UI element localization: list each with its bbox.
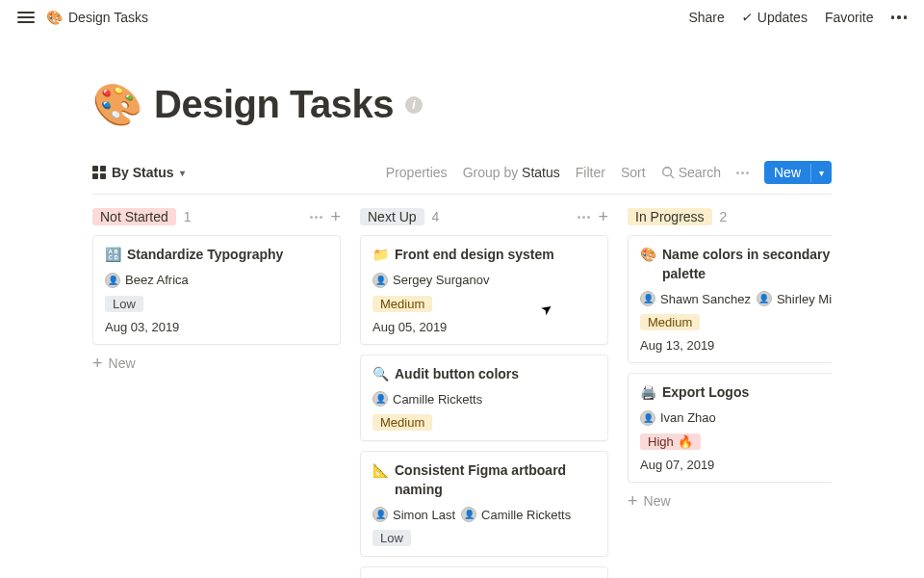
chevron-down-icon[interactable]: ▾ xyxy=(810,164,832,182)
group-by-value: Status xyxy=(522,165,560,180)
assignee-name: Simon Last xyxy=(393,508,455,522)
assignee-name: Ivan Zhao xyxy=(660,410,716,425)
card-date: Aug 03, 2019 xyxy=(105,320,328,334)
card-assignees: 👤Simon Last👤Camille Ricketts xyxy=(372,507,596,522)
card-emoji: 🔠 xyxy=(105,246,121,265)
column-count: 1 xyxy=(184,209,192,224)
priority-badge: High 🔥 xyxy=(640,434,701,450)
search-icon xyxy=(661,166,675,179)
card-emoji: 📁 xyxy=(372,246,389,265)
avatar: 👤 xyxy=(372,391,388,407)
topbar: 🎨 Design Tasks Share ✓ Updates Favorite xyxy=(0,0,924,35)
card-title: Audit button colors xyxy=(395,365,519,384)
assignee-name: Beez Africa xyxy=(125,273,189,287)
group-by-button[interactable]: Group by Status xyxy=(463,165,560,180)
card[interactable]: 🌗Audit text contrast for improved access… xyxy=(360,566,608,578)
add-card-label: New xyxy=(109,355,136,371)
column-more-icon[interactable] xyxy=(310,216,322,219)
info-icon[interactable]: i xyxy=(405,96,423,114)
assignee: 👤Beez Africa xyxy=(105,273,189,288)
column-count: 2 xyxy=(720,209,728,224)
svg-point-0 xyxy=(662,168,671,176)
avatar: 👤 xyxy=(640,291,655,306)
column-status-badge[interactable]: Next Up xyxy=(360,208,424,225)
more-menu-icon[interactable] xyxy=(891,15,908,19)
page-header: 🎨 Design Tasks i xyxy=(92,83,832,126)
assignee-name: Sergey Surganov xyxy=(393,273,489,287)
priority-badge: Medium xyxy=(372,296,432,312)
plus-icon: + xyxy=(628,492,638,510)
sort-button[interactable]: Sort xyxy=(621,165,646,180)
hamburger-menu-icon[interactable] xyxy=(17,12,35,23)
board-column: In Progress2+🎨Name colors in secondary p… xyxy=(628,208,832,578)
column-count: 4 xyxy=(432,209,440,224)
filter-button[interactable]: Filter xyxy=(576,165,605,180)
favorite-button[interactable]: Favorite xyxy=(825,10,874,25)
card-title: Consistent Figma artboard naming xyxy=(395,461,596,499)
card-emoji: 🎨 xyxy=(640,246,656,265)
card-assignees: 👤Ivan Zhao xyxy=(640,410,832,426)
card-emoji: 🔍 xyxy=(372,365,389,384)
avatar: 👤 xyxy=(640,410,655,426)
add-card-button[interactable]: +New xyxy=(92,355,341,372)
page-emoji-small: 🎨 xyxy=(46,10,63,25)
column-add-icon[interactable]: + xyxy=(598,208,608,225)
card-date: Aug 05, 2019 xyxy=(372,320,596,334)
priority-badge: Medium xyxy=(640,314,700,330)
assignee-name: Shawn Sanchez xyxy=(660,292,751,306)
search-button[interactable]: Search xyxy=(661,165,721,180)
view-switcher[interactable]: By Status ▾ xyxy=(92,165,185,180)
card[interactable]: 🎨Name colors in secondary palette👤Shawn … xyxy=(628,235,832,363)
column-header: In Progress2+ xyxy=(628,208,832,225)
card-title: Export Logos xyxy=(662,383,749,403)
assignee: 👤Camille Ricketts xyxy=(372,391,482,407)
column-header: Next Up4+ xyxy=(360,208,608,225)
column-add-icon[interactable]: + xyxy=(330,208,341,225)
card-emoji: 🖨️ xyxy=(640,383,656,403)
add-card-button[interactable]: +New xyxy=(628,492,832,510)
board-column: Next Up4+📁Front end design system👤Sergey… xyxy=(360,208,608,578)
card-assignees: 👤Shawn Sanchez👤Shirley Miao xyxy=(640,291,832,306)
view-bar: By Status ▾ Properties Group by Status F… xyxy=(92,161,832,195)
assignee: 👤Sergey Surganov xyxy=(372,273,489,288)
column-more-icon[interactable] xyxy=(578,216,590,219)
view-more-icon[interactable] xyxy=(736,171,749,174)
page-emoji[interactable]: 🎨 xyxy=(92,85,142,125)
chevron-down-icon: ▾ xyxy=(180,168,185,178)
priority-badge: Low xyxy=(372,530,411,546)
column-status-badge[interactable]: In Progress xyxy=(628,208,712,225)
assignee-name: Camille Ricketts xyxy=(393,392,482,407)
search-label: Search xyxy=(679,165,721,180)
updates-button[interactable]: ✓ Updates xyxy=(742,10,808,25)
card-title: Front end design system xyxy=(395,246,554,265)
card-assignees: 👤Camille Ricketts xyxy=(372,391,596,407)
page-title[interactable]: Design Tasks xyxy=(154,83,394,126)
share-button[interactable]: Share xyxy=(688,10,724,25)
properties-button[interactable]: Properties xyxy=(386,165,448,180)
new-button[interactable]: New ▾ xyxy=(764,161,832,184)
card-date: Aug 13, 2019 xyxy=(640,338,832,353)
card-assignees: 👤Sergey Surganov xyxy=(372,273,596,288)
card-assignees: 👤Beez Africa xyxy=(105,273,328,288)
avatar: 👤 xyxy=(757,291,772,306)
plus-icon: + xyxy=(92,355,103,372)
card-title: Name colors in secondary palette xyxy=(662,246,832,283)
breadcrumb[interactable]: 🎨 Design Tasks xyxy=(46,10,148,25)
priority-badge: Low xyxy=(105,296,143,312)
card-title: Standardize Typography xyxy=(127,246,283,265)
view-controls: Properties Group by Status Filter Sort S… xyxy=(386,161,832,184)
new-button-label: New xyxy=(764,161,810,184)
card[interactable]: 📁Front end design system👤Sergey Surganov… xyxy=(360,235,608,345)
page-content: 🎨 Design Tasks i By Status ▾ Properties … xyxy=(0,35,924,578)
assignee: 👤Shirley Miao xyxy=(757,291,832,306)
priority-badge: Medium xyxy=(372,414,432,431)
avatar: 👤 xyxy=(372,507,388,522)
card[interactable]: 📐Consistent Figma artboard naming👤Simon … xyxy=(360,451,608,557)
updates-label: Updates xyxy=(757,10,808,25)
checkmark-icon: ✓ xyxy=(741,9,755,26)
card[interactable]: 🖨️Export Logos👤Ivan ZhaoHigh 🔥Aug 07, 20… xyxy=(628,373,832,483)
card[interactable]: 🔍Audit button colors👤Camille RickettsMed… xyxy=(360,355,608,442)
column-status-badge[interactable]: Not Started xyxy=(92,208,176,225)
group-by-prefix: Group by xyxy=(463,165,522,180)
card[interactable]: 🔠Standardize Typography👤Beez AfricaLowAu… xyxy=(92,235,341,345)
